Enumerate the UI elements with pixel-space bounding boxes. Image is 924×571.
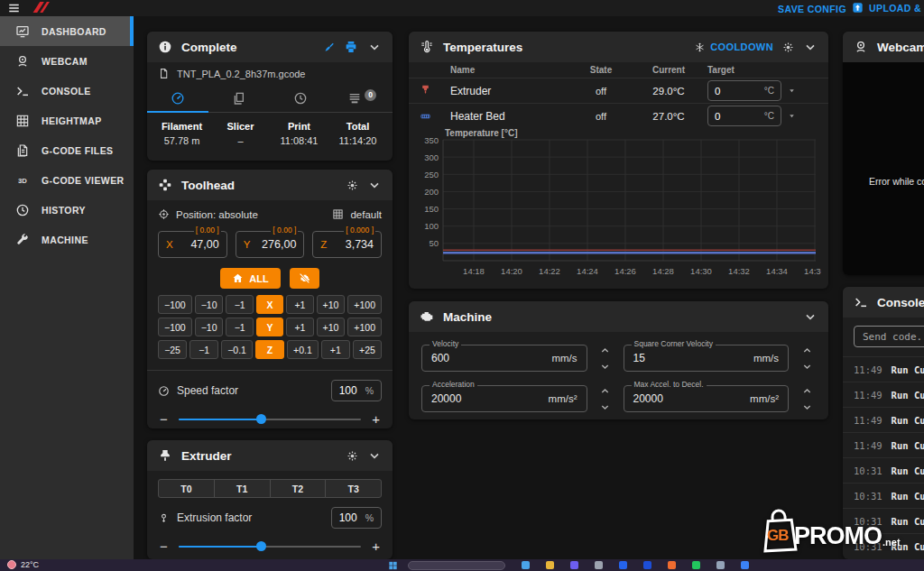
collapse-panel-icon[interactable] bbox=[367, 40, 382, 54]
increment-icon[interactable] bbox=[802, 345, 812, 355]
increment-icon[interactable] bbox=[600, 386, 610, 396]
sidebar-item-webcam[interactable]: WEBCAM bbox=[0, 46, 134, 76]
reprint-icon[interactable] bbox=[344, 40, 358, 54]
jog-step-button[interactable]: +1 bbox=[286, 295, 313, 314]
print-stat-slicer: Slicer– bbox=[211, 121, 270, 146]
jog-step-button[interactable]: +1 bbox=[321, 340, 350, 359]
sidebar-item-machine[interactable]: MACHINE bbox=[0, 225, 134, 254]
gcode-file-row[interactable]: TNT_PLA_0.2_8h37m.gcode bbox=[147, 62, 393, 83]
collapse-panel-icon[interactable] bbox=[367, 448, 382, 463]
gear-icon[interactable] bbox=[346, 450, 358, 462]
decrement-icon[interactable] bbox=[600, 402, 610, 412]
axis-position-input-x[interactable]: X47,00[ 0.00 ] bbox=[158, 231, 227, 258]
extrusion-factor-slider[interactable] bbox=[179, 541, 361, 552]
cross-profile-label[interactable]: default bbox=[350, 209, 382, 220]
collapse-panel-icon[interactable] bbox=[803, 309, 818, 324]
decrement-icon[interactable] bbox=[802, 362, 812, 372]
tab-history[interactable] bbox=[270, 85, 331, 112]
collapse-panel-icon[interactable] bbox=[367, 178, 382, 192]
target-temp-input[interactable]: 0°C bbox=[707, 106, 781, 126]
jog-axis-button-z[interactable]: Z bbox=[255, 340, 284, 359]
sidebar-item-gcode-files[interactable]: G-CODE FILES bbox=[0, 135, 134, 165]
sidebar-item-dashboard[interactable]: DASHBOARD bbox=[0, 16, 134, 46]
speed-factor-slider[interactable] bbox=[179, 414, 361, 425]
jog-step-button[interactable]: +10 bbox=[317, 318, 346, 336]
preset-dropdown-icon[interactable] bbox=[787, 86, 797, 96]
machine-field-max-accel-to-decel-[interactable]: Max Accel. to Decel.20000mm/s² bbox=[624, 385, 790, 412]
tool-button-t3[interactable]: T3 bbox=[325, 479, 382, 498]
upload-and-print-button[interactable]: UPLOAD & bbox=[852, 2, 924, 14]
jog-step-button[interactable]: −100 bbox=[158, 295, 192, 314]
increase-extrusion-button[interactable]: + bbox=[372, 539, 380, 553]
taskbar-app-icon[interactable] bbox=[692, 561, 700, 569]
taskbar-app-icon[interactable] bbox=[570, 561, 578, 569]
sidebar-item-label: DASHBOARD bbox=[42, 26, 106, 37]
speed-factor-input[interactable]: 100 % bbox=[331, 380, 382, 401]
jog-axis-button-x[interactable]: X bbox=[256, 295, 283, 314]
decrement-icon[interactable] bbox=[802, 402, 812, 412]
jog-step-button[interactable]: −10 bbox=[195, 295, 224, 314]
jog-step-button[interactable]: −10 bbox=[195, 318, 224, 336]
jog-axis-button-y[interactable]: Y bbox=[256, 318, 283, 336]
taskbar-app-icon[interactable] bbox=[595, 561, 603, 569]
taskbar-app-icon[interactable] bbox=[619, 561, 627, 569]
jog-step-button[interactable]: +0.1 bbox=[287, 340, 319, 359]
decrease-extrusion-button[interactable]: − bbox=[160, 539, 168, 553]
sidebar-item-heightmap[interactable]: HEIGHTMAP bbox=[0, 106, 134, 135]
windows-start-button[interactable] bbox=[388, 561, 398, 570]
console-input[interactable] bbox=[854, 326, 924, 347]
jog-step-button[interactable]: −1 bbox=[226, 295, 253, 314]
save-config-button[interactable]: SAVE CONFIG bbox=[778, 4, 846, 14]
taskbar-app-icon[interactable] bbox=[546, 561, 554, 569]
decrement-icon[interactable] bbox=[600, 362, 610, 372]
tab-queue[interactable]: 0 bbox=[331, 85, 393, 112]
jog-step-button[interactable]: +25 bbox=[353, 340, 382, 359]
jog-step-button[interactable]: −25 bbox=[158, 340, 187, 359]
axis-position-input-y[interactable]: Y276,00[ 0.00 ] bbox=[236, 231, 305, 258]
tool-button-t2[interactable]: T2 bbox=[270, 479, 327, 498]
jog-step-button[interactable]: +10 bbox=[317, 295, 346, 314]
cooldown-button[interactable]: COOLDOWN bbox=[695, 41, 773, 52]
machine-field-acceleration[interactable]: Acceleration20000mm/s² bbox=[421, 385, 587, 412]
gear-icon[interactable] bbox=[782, 41, 794, 53]
brand-logo-icon[interactable] bbox=[29, 1, 52, 14]
target-temp-input[interactable]: 0°C bbox=[707, 80, 781, 101]
machine-field-square-corner-velocity[interactable]: Square Corner Velocity15mm/s bbox=[624, 345, 790, 372]
jog-step-button[interactable]: −1 bbox=[189, 340, 218, 359]
extrusion-factor-input[interactable]: 100 % bbox=[331, 507, 382, 529]
gear-icon[interactable] bbox=[346, 180, 358, 191]
taskbar-app-icon[interactable] bbox=[716, 561, 725, 569]
taskbar-app-icon[interactable] bbox=[741, 561, 749, 569]
log-message: Run Curr bbox=[892, 491, 924, 502]
menu-icon[interactable] bbox=[7, 2, 21, 14]
jog-step-button[interactable]: −0.1 bbox=[221, 340, 253, 359]
tab-files[interactable] bbox=[208, 85, 270, 112]
sidebar-item-console[interactable]: CONSOLE bbox=[0, 76, 134, 106]
tool-button-t0[interactable]: T0 bbox=[158, 479, 215, 498]
taskbar-weather-widget[interactable]: 22°C bbox=[7, 560, 39, 569]
taskbar-app-icon[interactable] bbox=[643, 561, 651, 569]
jog-step-button[interactable]: +100 bbox=[347, 318, 382, 336]
decrease-speed-button[interactable]: − bbox=[160, 412, 168, 426]
tab-status[interactable] bbox=[147, 85, 208, 112]
increment-icon[interactable] bbox=[600, 345, 610, 355]
jog-step-button[interactable]: +100 bbox=[347, 295, 382, 314]
sidebar-item-history[interactable]: HISTORY bbox=[0, 195, 134, 225]
jog-step-button[interactable]: −1 bbox=[226, 318, 253, 336]
preset-dropdown-icon[interactable] bbox=[787, 111, 797, 121]
clean-nozzle-icon[interactable] bbox=[323, 41, 335, 53]
increase-speed-button[interactable]: + bbox=[372, 412, 380, 426]
increment-icon[interactable] bbox=[802, 386, 812, 396]
motors-off-button[interactable] bbox=[290, 268, 319, 289]
sidebar-item-gcode-viewer[interactable]: 3DG-CODE VIEWER bbox=[0, 165, 134, 195]
taskbar-app-icon[interactable] bbox=[522, 561, 530, 569]
tool-button-t1[interactable]: T1 bbox=[214, 479, 271, 498]
taskbar-search-box[interactable] bbox=[408, 561, 505, 570]
axis-position-input-z[interactable]: Z3,734[ 0.000 ] bbox=[312, 231, 382, 258]
machine-field-velocity[interactable]: Velocity600mm/s bbox=[421, 345, 587, 372]
taskbar-app-icon[interactable] bbox=[668, 561, 676, 569]
collapse-panel-icon[interactable] bbox=[803, 40, 818, 54]
jog-step-button[interactable]: +1 bbox=[286, 318, 313, 336]
jog-step-button[interactable]: −100 bbox=[158, 318, 192, 336]
home-all-button[interactable]: ALL bbox=[220, 268, 280, 289]
